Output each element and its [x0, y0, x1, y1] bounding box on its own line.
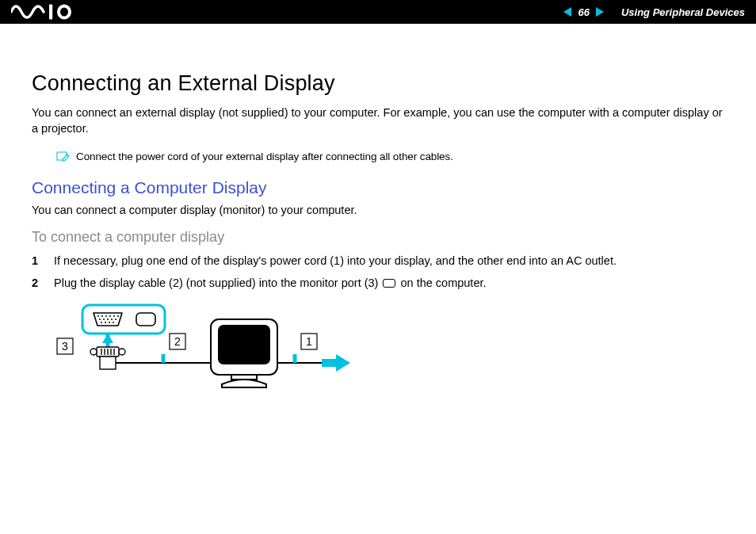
label-1: 1	[306, 335, 312, 348]
svg-rect-31	[219, 326, 269, 364]
svg-point-3	[101, 315, 103, 317]
svg-point-10	[107, 318, 109, 320]
svg-rect-21	[100, 357, 116, 369]
svg-point-15	[109, 322, 110, 323]
svg-point-16	[113, 322, 114, 323]
svg-point-13	[101, 322, 102, 323]
step-2: Plug the display cable (2) (not supplied…	[32, 276, 731, 292]
note-text: Connect the power cord of your external …	[76, 151, 453, 162]
step-2-text: Plug the display cable (2) (not supplied…	[54, 276, 487, 292]
svg-point-11	[111, 318, 113, 320]
next-page-icon[interactable]	[596, 7, 604, 17]
svg-rect-0	[49, 5, 52, 20]
header-bar: 66 Using Peripheral Devices	[0, 0, 756, 24]
note: Connect the power cord of your external …	[55, 151, 731, 164]
prev-page-icon[interactable]	[563, 7, 571, 17]
subsection-title: Connecting a Computer Display	[32, 178, 731, 197]
svg-point-6	[113, 315, 115, 317]
page-number: 66	[578, 6, 589, 18]
svg-point-8	[99, 318, 101, 320]
svg-marker-19	[102, 334, 113, 343]
svg-point-5	[109, 315, 111, 317]
svg-rect-1	[82, 305, 165, 334]
steps-list: If necessary, plug one end of the displa…	[32, 254, 731, 291]
page-content: Connecting an External Display You can c…	[0, 24, 756, 402]
svg-point-7	[117, 315, 119, 317]
subsection-body: You can connect a computer display (moni…	[32, 204, 731, 216]
label-2: 2	[174, 335, 181, 348]
monitor-port-icon	[383, 279, 395, 288]
note-icon	[55, 151, 70, 164]
svg-point-27	[90, 349, 97, 355]
svg-point-4	[105, 315, 107, 317]
intro-paragraph: You can connect an external display (not…	[32, 105, 731, 136]
section-title: Using Peripheral Devices	[621, 6, 745, 18]
svg-point-2	[97, 315, 99, 317]
svg-point-9	[103, 318, 105, 320]
svg-point-14	[105, 322, 106, 323]
procedure-title: To connect a computer display	[32, 229, 731, 246]
svg-point-12	[115, 318, 116, 320]
vaio-logo	[11, 4, 89, 20]
svg-rect-34	[322, 359, 336, 367]
svg-marker-35	[336, 354, 350, 372]
label-3: 3	[62, 340, 68, 353]
header-right: 66 Using Peripheral Devices	[563, 6, 745, 18]
step-1: If necessary, plug one end of the displa…	[32, 254, 731, 269]
page-title: Connecting an External Display	[32, 71, 731, 96]
svg-point-28	[119, 349, 125, 355]
connection-diagram: 3 2	[52, 303, 731, 402]
